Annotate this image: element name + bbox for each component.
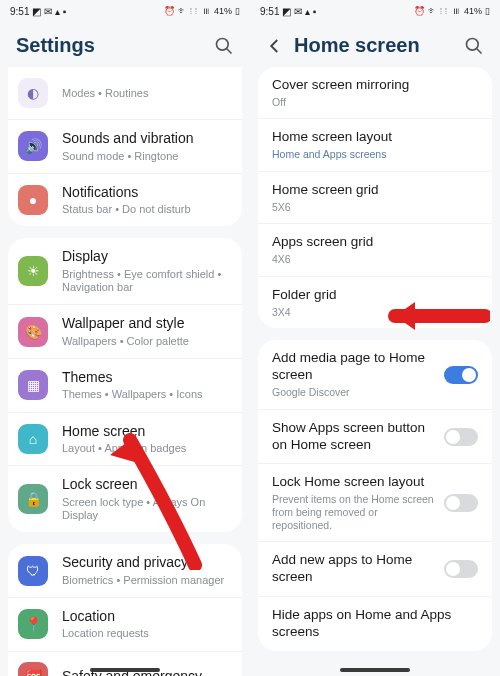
- homescreen-row[interactable]: Folder grid3X4: [258, 276, 492, 328]
- row-subtitle: Themes • Wallpapers • Icons: [62, 388, 228, 401]
- toggle-switch[interactable]: [444, 494, 478, 512]
- row-title: Security and privacy: [62, 554, 228, 572]
- settings-row[interactable]: ⌂Home screenLayout • App icon badges: [8, 412, 242, 466]
- row-subtitle: Status bar • Do not disturb: [62, 203, 228, 216]
- toggle-switch[interactable]: [444, 366, 478, 384]
- row-text: ThemesThemes • Wallpapers • Icons: [62, 369, 228, 402]
- row-subtitle: 5X6: [272, 201, 478, 214]
- settings-row[interactable]: 🔒Lock screenScreen lock type • Always On…: [8, 465, 242, 532]
- row-title: Lock screen: [62, 476, 228, 494]
- security-icon: 🛡: [18, 556, 48, 586]
- svg-line-1: [227, 48, 232, 53]
- toggle-switch[interactable]: [444, 428, 478, 446]
- homescreen-row[interactable]: Home screen layoutHome and Apps screens: [258, 118, 492, 170]
- settings-title: Settings: [16, 34, 95, 57]
- status-bar: 9:51 ◩ ✉ ▴ ▪ ⏰ ᯤ ⁞⁞ ⫴ 41% ▯: [250, 0, 500, 22]
- home-indicator: [340, 668, 410, 672]
- phone-left: 9:51 ◩ ✉ ▴ ▪ ⏰ ᯤ ⁞⁞ ⫴ 41% ▯ Settings ◐Mo…: [0, 0, 250, 676]
- notifications-icon: ●: [18, 185, 48, 215]
- home-icon: ⌂: [18, 424, 48, 454]
- row-title: Wallpaper and style: [62, 315, 228, 333]
- search-icon[interactable]: [214, 36, 234, 56]
- row-text: LocationLocation requests: [62, 608, 228, 641]
- homescreen-row[interactable]: Add new apps to Home screen: [258, 541, 492, 596]
- settings-card: ☀DisplayBrightness • Eye comfort shield …: [8, 238, 242, 532]
- settings-row[interactable]: 🆘Safety and emergency: [8, 651, 242, 676]
- row-text: Hide apps on Home and Apps screens: [272, 607, 478, 641]
- row-text: NotificationsStatus bar • Do not disturb: [62, 184, 228, 217]
- battery-icon: ▯: [485, 6, 490, 16]
- svg-point-0: [217, 38, 229, 50]
- row-title: Home screen layout: [272, 129, 478, 146]
- row-text: Lock Home screen layoutPrevent items on …: [272, 474, 434, 531]
- homescreen-row[interactable]: Home screen grid5X6: [258, 171, 492, 223]
- svg-line-4: [477, 48, 482, 53]
- settings-row[interactable]: 🎨Wallpaper and styleWallpapers • Color p…: [8, 304, 242, 358]
- row-subtitle: Location requests: [62, 627, 228, 640]
- settings-row[interactable]: 🛡Security and privacyBiometrics • Permis…: [8, 544, 242, 597]
- row-title: Location: [62, 608, 228, 626]
- battery-icon: ▯: [235, 6, 240, 16]
- row-subtitle: Wallpapers • Color palette: [62, 335, 228, 348]
- back-button[interactable]: [266, 37, 284, 55]
- status-icons-left: ◩ ✉ ▴ ▪: [282, 6, 316, 17]
- row-text: Add new apps to Home screen: [272, 552, 434, 586]
- row-subtitle: Google Discover: [272, 386, 434, 399]
- row-title: Add new apps to Home screen: [272, 552, 434, 586]
- homescreen-row[interactable]: Cover screen mirroringOff: [258, 67, 492, 118]
- status-battery: 41%: [214, 6, 232, 16]
- row-title: Apps screen grid: [272, 234, 478, 251]
- row-text: Sounds and vibrationSound mode • Rington…: [62, 130, 228, 163]
- row-text: Lock screenScreen lock type • Always On …: [62, 476, 228, 522]
- row-title: Themes: [62, 369, 228, 387]
- settings-row[interactable]: ●NotificationsStatus bar • Do not distur…: [8, 173, 242, 227]
- display-icon: ☀: [18, 256, 48, 286]
- row-title: Hide apps on Home and Apps screens: [272, 607, 478, 641]
- homescreen-row[interactable]: Add media page to Home screenGoogle Disc…: [258, 340, 492, 408]
- row-subtitle: 4X6: [272, 253, 478, 266]
- settings-row[interactable]: 🔊Sounds and vibrationSound mode • Ringto…: [8, 119, 242, 173]
- status-battery: 41%: [464, 6, 482, 16]
- settings-card: 🛡Security and privacyBiometrics • Permis…: [8, 544, 242, 676]
- row-title: Notifications: [62, 184, 228, 202]
- homescreen-row[interactable]: Hide apps on Home and Apps screens: [258, 596, 492, 651]
- wallpaper-icon: 🎨: [18, 317, 48, 347]
- row-subtitle: 3X4: [272, 306, 478, 319]
- row-text: Modes • Routines: [62, 85, 228, 100]
- row-text: Apps screen grid4X6: [272, 234, 478, 265]
- row-text: Home screen layoutHome and Apps screens: [272, 129, 478, 160]
- homescreen-row[interactable]: Show Apps screen button on Home screen: [258, 409, 492, 464]
- settings-row[interactable]: ☀DisplayBrightness • Eye comfort shield …: [8, 238, 242, 304]
- homescreen-row[interactable]: Lock Home screen layoutPrevent items on …: [258, 463, 492, 541]
- status-bar: 9:51 ◩ ✉ ▴ ▪ ⏰ ᯤ ⁞⁞ ⫴ 41% ▯: [0, 0, 250, 22]
- lock-icon: 🔒: [18, 484, 48, 514]
- row-title: Home screen: [62, 423, 228, 441]
- search-icon[interactable]: [464, 36, 484, 56]
- location-icon: 📍: [18, 609, 48, 639]
- row-subtitle: Modes • Routines: [62, 87, 228, 100]
- homescreen-card-1: Cover screen mirroringOffHome screen lay…: [258, 67, 492, 328]
- status-icons-right: ⏰ ᯤ ⁞⁞ ⫴: [164, 6, 211, 16]
- row-text: Security and privacyBiometrics • Permiss…: [62, 554, 228, 587]
- homescreen-card-2: Add media page to Home screenGoogle Disc…: [258, 340, 492, 650]
- status-icons-right: ⏰ ᯤ ⁞⁞ ⫴: [414, 6, 461, 16]
- home-indicator: [90, 668, 160, 672]
- safety-icon: 🆘: [18, 662, 48, 676]
- row-subtitle: Layout • App icon badges: [62, 442, 228, 455]
- themes-icon: ▦: [18, 370, 48, 400]
- settings-row[interactable]: 📍LocationLocation requests: [8, 597, 242, 651]
- row-text: Wallpaper and styleWallpapers • Color pa…: [62, 315, 228, 348]
- toggle-switch[interactable]: [444, 560, 478, 578]
- settings-row[interactable]: ▦ThemesThemes • Wallpapers • Icons: [8, 358, 242, 412]
- row-title: Home screen grid: [272, 182, 478, 199]
- row-text: Cover screen mirroringOff: [272, 77, 478, 108]
- status-time: 9:51: [260, 6, 279, 17]
- settings-row[interactable]: ◐Modes • Routines: [8, 67, 242, 119]
- row-text: Show Apps screen button on Home screen: [272, 420, 434, 454]
- row-text: Home screenLayout • App icon badges: [62, 423, 228, 456]
- status-time: 9:51: [10, 6, 29, 17]
- homescreen-row[interactable]: Apps screen grid4X6: [258, 223, 492, 275]
- row-subtitle: Prevent items on the Home screen from be…: [272, 493, 434, 531]
- row-subtitle: Sound mode • Ringtone: [62, 150, 228, 163]
- row-title: Sounds and vibration: [62, 130, 228, 148]
